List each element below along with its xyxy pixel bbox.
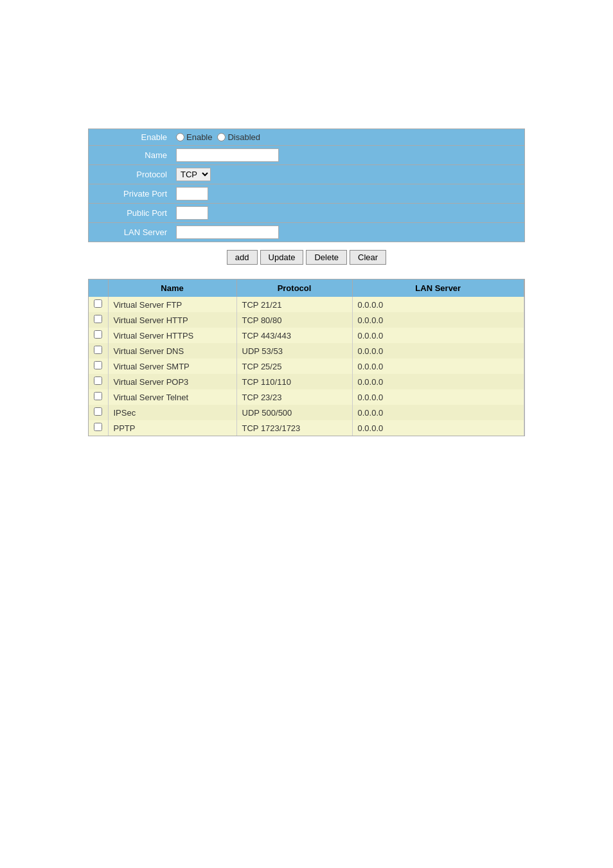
row-checkbox[interactable] [94, 346, 102, 354]
col-protocol-header: Protocol [236, 279, 352, 297]
enable-radio-group: Enable Disabled [176, 132, 520, 142]
row-name: IPSec [108, 405, 236, 420]
private-port-label: Private Port [89, 186, 172, 202]
row-checkbox[interactable] [94, 315, 102, 323]
row-checkbox-cell [89, 328, 108, 343]
table-row: IPSecUDP 500/5000.0.0.0 [89, 405, 524, 420]
form-container: Enable Enable Disabled Name [88, 128, 525, 242]
row-checkbox[interactable] [94, 376, 102, 385]
row-protocol: TCP 80/80 [236, 312, 352, 328]
col-checkbox-header [89, 279, 108, 297]
row-lan-server: 0.0.0.0 [352, 420, 524, 436]
update-button[interactable]: Update [260, 250, 304, 265]
buttons-row: add Update Delete Clear [39, 242, 574, 272]
row-checkbox-cell [89, 389, 108, 405]
disabled-radio-label[interactable]: Disabled [217, 132, 260, 142]
row-protocol: TCP 25/25 [236, 359, 352, 374]
col-name-header: Name [108, 279, 236, 297]
clear-button[interactable]: Clear [350, 250, 386, 265]
enable-radio-text: Enable [186, 132, 212, 142]
table-header-row: Name Protocol LAN Server [89, 279, 524, 297]
row-checkbox-cell [89, 374, 108, 389]
row-name: Virtual Server HTTPS [108, 328, 236, 343]
lan-server-field [172, 223, 524, 242]
row-lan-server: 0.0.0.0 [352, 359, 524, 374]
row-lan-server: 0.0.0.0 [352, 297, 524, 312]
enable-radio[interactable] [176, 133, 184, 141]
table-row: PPTPTCP 1723/17230.0.0.0 [89, 420, 524, 436]
add-button[interactable]: add [227, 250, 258, 265]
row-lan-server: 0.0.0.0 [352, 389, 524, 405]
private-port-row: Private Port [89, 184, 524, 204]
table-row: Virtual Server TelnetTCP 23/230.0.0.0 [89, 389, 524, 405]
row-protocol: UDP 53/53 [236, 343, 352, 359]
row-checkbox-cell [89, 312, 108, 328]
row-checkbox[interactable] [94, 392, 102, 400]
row-protocol: TCP 443/443 [236, 328, 352, 343]
protocol-row: Protocol TCP UDP [89, 165, 524, 184]
table-row: Virtual Server DNSUDP 53/530.0.0.0 [89, 343, 524, 359]
row-checkbox[interactable] [94, 361, 102, 369]
row-protocol: TCP 23/23 [236, 389, 352, 405]
row-protocol: TCP 21/21 [236, 297, 352, 312]
row-checkbox[interactable] [94, 407, 102, 416]
name-row: Name [89, 146, 524, 165]
row-checkbox-cell [89, 297, 108, 312]
row-protocol: TCP 1723/1723 [236, 420, 352, 436]
enable-row: Enable Enable Disabled [89, 129, 524, 146]
row-lan-server: 0.0.0.0 [352, 312, 524, 328]
row-name: PPTP [108, 420, 236, 436]
table-row: Virtual Server POP3TCP 110/1100.0.0.0 [89, 374, 524, 389]
row-checkbox-cell [89, 420, 108, 436]
public-port-field [172, 204, 524, 222]
name-label: Name [89, 147, 172, 163]
row-lan-server: 0.0.0.0 [352, 343, 524, 359]
row-checkbox[interactable] [94, 299, 102, 308]
public-port-input[interactable] [176, 206, 208, 220]
private-port-field [172, 184, 524, 203]
row-checkbox[interactable] [94, 423, 102, 431]
private-port-input[interactable] [176, 187, 208, 200]
public-port-row: Public Port [89, 204, 524, 223]
public-port-label: Public Port [89, 205, 172, 221]
row-protocol: UDP 500/500 [236, 405, 352, 420]
lan-server-row: LAN Server [89, 223, 524, 242]
row-checkbox-cell [89, 405, 108, 420]
row-protocol: TCP 110/110 [236, 374, 352, 389]
protocol-label: Protocol [89, 166, 172, 182]
disabled-radio-text: Disabled [227, 132, 260, 142]
table-container: Name Protocol LAN Server Virtual Server … [88, 279, 525, 436]
enable-radio-label[interactable]: Enable [176, 132, 212, 142]
row-name: Virtual Server HTTP [108, 312, 236, 328]
row-name: Virtual Server POP3 [108, 374, 236, 389]
row-checkbox-cell [89, 359, 108, 374]
disabled-radio[interactable] [217, 133, 226, 141]
enable-field: Enable Disabled [172, 130, 524, 145]
protocol-field: TCP UDP [172, 165, 524, 184]
table-row: Virtual Server HTTPTCP 80/800.0.0.0 [89, 312, 524, 328]
col-lan-server-header: LAN Server [352, 279, 524, 297]
row-lan-server: 0.0.0.0 [352, 374, 524, 389]
lan-server-label: LAN Server [89, 224, 172, 240]
enable-label: Enable [89, 129, 172, 145]
virtual-server-table: Name Protocol LAN Server Virtual Server … [89, 279, 524, 436]
row-lan-server: 0.0.0.0 [352, 328, 524, 343]
protocol-select[interactable]: TCP UDP [176, 168, 211, 181]
delete-button[interactable]: Delete [306, 250, 347, 265]
row-name: Virtual Server SMTP [108, 359, 236, 374]
row-name: Virtual Server FTP [108, 297, 236, 312]
row-checkbox[interactable] [94, 330, 102, 339]
table-row: Virtual Server SMTPTCP 25/250.0.0.0 [89, 359, 524, 374]
row-lan-server: 0.0.0.0 [352, 405, 524, 420]
row-name: Virtual Server DNS [108, 343, 236, 359]
name-input[interactable] [176, 148, 279, 162]
row-name: Virtual Server Telnet [108, 389, 236, 405]
name-field [172, 146, 524, 164]
lan-server-input[interactable] [176, 226, 279, 239]
table-row: Virtual Server HTTPSTCP 443/4430.0.0.0 [89, 328, 524, 343]
table-row: Virtual Server FTPTCP 21/210.0.0.0 [89, 297, 524, 312]
row-checkbox-cell [89, 343, 108, 359]
